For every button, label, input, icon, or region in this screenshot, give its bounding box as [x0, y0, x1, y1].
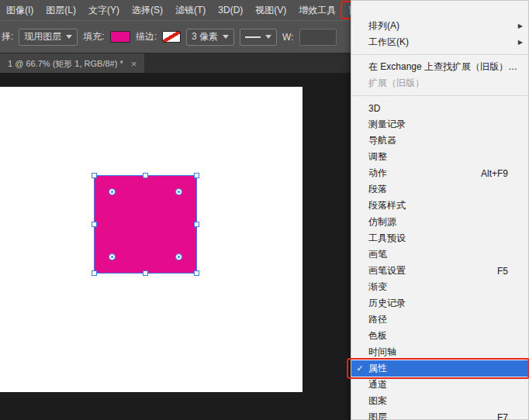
menu-item-label: 段落样式: [368, 199, 406, 212]
menu-item-channels[interactable]: 通道: [351, 377, 528, 393]
photoshop-window: 图像(I) 图层(L) 文字(Y) 选择(S) 滤镜(T) 3D(D) 视图(V…: [0, 0, 529, 420]
menu-item-label: 调整: [368, 150, 387, 164]
menu-item-layers[interactable]: 图层F7: [351, 409, 528, 420]
menu-item-find-extensions[interactable]: 在 Exchange 上查找扩展（旧版）…: [351, 59, 528, 75]
stroke-label: 描边:: [136, 30, 157, 43]
menu-item-label: 扩展（旧版）: [368, 77, 424, 90]
menu-item-clone-source[interactable]: 仿制源: [351, 214, 528, 230]
document-tab[interactable]: 1 @ 66.7% (矩形 1, RGB/8#) * ×: [0, 53, 144, 74]
menu-separator: [352, 95, 527, 96]
menu-item-label: 路径: [368, 313, 387, 326]
menu-item-extensions-legacy: 扩展（旧版）: [351, 75, 528, 91]
document-tab-title: 1 @ 66.7% (矩形 1, RGB/8#) *: [8, 58, 123, 70]
menu-item-navigator[interactable]: 导航器: [351, 133, 528, 149]
menubar-item-layer[interactable]: 图层(L): [40, 0, 82, 20]
menubar-item-type[interactable]: 文字(Y): [82, 0, 126, 20]
menubar-item-label: 3D(D): [218, 5, 243, 15]
select-mode-label: 择:: [2, 30, 13, 43]
menu-item-label: 历史记录: [368, 297, 406, 310]
menu-item-timeline[interactable]: 时间轴: [351, 344, 528, 360]
document-canvas[interactable]: [0, 87, 303, 392]
chevron-down-icon: [223, 35, 229, 39]
menu-item-shortcut: F7: [497, 412, 528, 420]
solid-line-icon: [245, 36, 261, 38]
menubar-item-filter[interactable]: 滤镜(T): [169, 0, 212, 20]
transform-handle[interactable]: [143, 270, 148, 276]
menubar-item-select[interactable]: 选择(S): [126, 0, 169, 20]
menu-item-paragraph[interactable]: 段落: [351, 181, 528, 198]
close-icon[interactable]: ×: [131, 59, 137, 69]
menu-item-history[interactable]: 历史记录: [351, 295, 528, 312]
fill-label: 填充:: [83, 30, 104, 43]
menu-item-paragraph-styles[interactable]: 段落样式: [351, 198, 528, 214]
submenu-arrow-icon: ▶: [518, 22, 528, 29]
menu-item-actions[interactable]: 动作Alt+F9: [351, 165, 528, 181]
menu-item-label: 工具预设: [368, 232, 406, 245]
width-input[interactable]: [299, 29, 337, 46]
menu-item-arrange[interactable]: 排列(A)▶: [351, 18, 528, 34]
menu-item-label: 画笔设置: [368, 264, 406, 277]
fill-color-swatch[interactable]: [110, 31, 130, 43]
stroke-type-dropdown[interactable]: [240, 29, 277, 46]
transform-handle[interactable]: [92, 270, 97, 276]
menu-item-label: 图层: [368, 411, 387, 420]
menubar-item-view[interactable]: 视图(V): [249, 0, 292, 20]
stroke-color-swatch[interactable]: [162, 31, 181, 43]
menu-item-measurement-log[interactable]: 测量记录: [351, 116, 528, 133]
corner-radius-widget[interactable]: [109, 188, 116, 195]
menubar-item-label: 文字(Y): [88, 4, 119, 17]
window-menu-popup: 排列(A)▶ 工作区(K)▶ 在 Exchange 上查找扩展（旧版）… 扩展（…: [351, 0, 529, 420]
menu-item-adjustments[interactable]: 调整: [351, 149, 528, 165]
chevron-down-icon: [66, 35, 72, 39]
menu-item-label: 3D: [368, 103, 380, 114]
menu-item-paths[interactable]: 路径: [351, 312, 528, 328]
menu-item-shortcut: F5: [497, 266, 528, 277]
menu-item-brushes[interactable]: 画笔: [351, 246, 528, 263]
menubar-item-label: 视图(V): [255, 4, 286, 17]
menubar-item-label: 图像(I): [6, 4, 33, 17]
menu-item-label: 画笔: [368, 248, 387, 261]
menubar-item-3d[interactable]: 3D(D): [212, 0, 249, 20]
menu-item-label: 时间轴: [368, 346, 396, 359]
layer-mode-dropdown[interactable]: 现用图层: [19, 29, 78, 46]
transform-handle[interactable]: [194, 173, 199, 178]
menu-item-brush-settings[interactable]: 画笔设置F5: [351, 263, 528, 279]
menu-item-shortcut: Alt+F9: [481, 168, 528, 179]
menu-item-label: 图案: [368, 394, 387, 408]
menu-item-label: 排列(A): [368, 19, 399, 33]
menu-item-label: 动作: [368, 167, 387, 180]
menu-item-tool-presets[interactable]: 工具预设: [351, 230, 528, 246]
transform-handle[interactable]: [194, 222, 199, 227]
menu-item-label: 通道: [368, 378, 387, 391]
menu-item-label: 渐变: [368, 281, 387, 294]
menu-item-label: 属性: [368, 362, 387, 375]
menubar-item-label: 滤镜(T): [175, 4, 206, 17]
menu-item-properties[interactable]: ✓ 属性: [351, 360, 528, 377]
menu-item-label: 段落: [368, 183, 387, 196]
menu-item-patterns[interactable]: 图案: [351, 393, 528, 409]
menubar-item-label: 图层(L): [46, 4, 76, 17]
menu-item-label: 仿制源: [368, 215, 396, 229]
menubar-item-image[interactable]: 图像(I): [0, 0, 40, 20]
transform-handle[interactable]: [194, 270, 199, 276]
corner-radius-widget[interactable]: [175, 188, 182, 195]
rectangle-shape[interactable]: [95, 176, 196, 273]
submenu-arrow-icon: ▶: [518, 39, 528, 46]
width-label: W:: [282, 32, 293, 43]
menu-item-3d[interactable]: 3D: [351, 100, 528, 116]
menu-item-label: 色板: [368, 329, 387, 343]
stroke-width-dropdown[interactable]: 3 像素: [186, 29, 234, 46]
menu-item-workspace[interactable]: 工作区(K)▶: [351, 34, 528, 50]
transform-handle[interactable]: [92, 222, 97, 227]
transform-handle[interactable]: [143, 173, 148, 178]
layer-mode-value: 现用图层: [24, 30, 61, 43]
menu-item-label: 测量记录: [368, 118, 406, 131]
corner-radius-widget[interactable]: [109, 253, 116, 260]
stroke-width-value: 3 像素: [192, 30, 218, 43]
menu-item-label: 在 Exchange 上查找扩展（旧版）…: [368, 60, 517, 74]
menu-item-gradients[interactable]: 渐变: [351, 279, 528, 295]
menubar-item-plugins[interactable]: 增效工具: [292, 0, 342, 20]
corner-radius-widget[interactable]: [175, 253, 182, 260]
menu-item-swatches[interactable]: 色板: [351, 328, 528, 344]
transform-handle[interactable]: [92, 173, 97, 178]
